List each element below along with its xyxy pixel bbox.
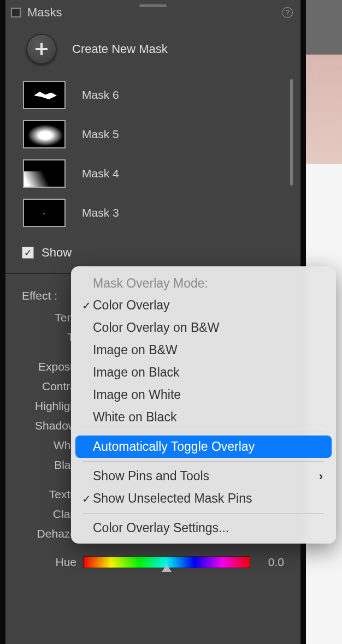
- create-mask-button[interactable]: [26, 34, 57, 64]
- scrollbar[interactable]: [290, 79, 293, 186]
- menu-item-white-black[interactable]: White on Black: [71, 406, 336, 428]
- menu-item-auto-toggle[interactable]: Automatically Toggle Overlay: [75, 436, 332, 458]
- overlay-mode-menu: Mask Overlay Mode: ✓ Color Overlay Color…: [71, 266, 336, 544]
- panel-title: Masks: [27, 5, 62, 20]
- temp-label: Tem: [22, 311, 76, 324]
- check-icon: ✓: [80, 492, 93, 505]
- hue-value: 0.0: [257, 556, 284, 569]
- menu-separator: [83, 432, 324, 432]
- menu-separator: [83, 461, 324, 462]
- dehaze-label: Dehaze: [22, 527, 76, 540]
- slider-label: Exposu: [22, 360, 76, 373]
- create-mask-row[interactable]: Create New Mask: [5, 24, 300, 75]
- create-mask-label: Create New Mask: [72, 42, 168, 56]
- plus-icon: [34, 42, 49, 56]
- menu-item-label: Color Overlay on B&W: [93, 320, 219, 335]
- mask-item[interactable]: Mask 6: [23, 75, 291, 115]
- help-icon[interactable]: ?: [282, 7, 293, 18]
- drag-handle[interactable]: [139, 4, 167, 7]
- menu-item-label: White on Black: [93, 410, 176, 425]
- mask-list: Mask 6 Mask 5 Mask 4 Mask 3: [5, 75, 300, 232]
- slider-label: Whit: [22, 439, 76, 452]
- menu-separator: [83, 513, 324, 514]
- menu-header: Mask Overlay Mode:: [71, 271, 336, 294]
- mask-thumbnail[interactable]: [23, 199, 66, 227]
- show-overlay-checkbox[interactable]: ✓: [22, 247, 34, 259]
- tint-label: Ti: [22, 331, 76, 344]
- slider-label: Shadow: [22, 419, 76, 432]
- menu-item-label: Show Unselected Mask Pins: [93, 491, 252, 506]
- menu-item-label: Image on B&W: [93, 343, 178, 357]
- slider-label: Blac: [22, 458, 76, 472]
- menu-item-show-pins[interactable]: Show Pins and Tools ›: [71, 465, 336, 487]
- slider-label: Clari: [22, 508, 76, 521]
- mask-thumbnail[interactable]: [23, 81, 66, 109]
- mask-thumbnail[interactable]: [23, 159, 66, 188]
- mask-label: Mask 3: [82, 206, 119, 219]
- slider-label: Contra: [22, 380, 76, 393]
- hue-row: Hue 0.0: [5, 552, 300, 572]
- mask-item[interactable]: Mask 4: [23, 154, 291, 193]
- mask-thumbnail[interactable]: [23, 120, 66, 148]
- menu-item-label: Image on Black: [93, 365, 180, 380]
- show-overlay-label: Show: [42, 246, 72, 260]
- menu-item-overlay-settings[interactable]: Color Overlay Settings...: [71, 517, 336, 539]
- mask-item[interactable]: Mask 5: [23, 115, 291, 154]
- menu-item-label: Show Pins and Tools: [93, 469, 209, 484]
- mask-label: Mask 4: [82, 167, 119, 180]
- menu-item-label: Color Overlay Settings...: [93, 521, 229, 535]
- hue-label: Hue: [22, 556, 76, 569]
- mask-label: Mask 6: [82, 88, 119, 102]
- masks-panel-icon: [11, 8, 21, 17]
- menu-item-image-bw[interactable]: Image on B&W: [71, 339, 336, 361]
- menu-item-image-white[interactable]: Image on White: [71, 384, 336, 406]
- mask-label: Mask 5: [82, 128, 119, 141]
- menu-item-label: Color Overlay: [93, 298, 170, 313]
- mask-item[interactable]: Mask 3: [23, 193, 291, 232]
- check-icon: ✓: [80, 299, 93, 312]
- slider-label: Textu: [22, 488, 76, 501]
- menu-item-show-unselected[interactable]: ✓ Show Unselected Mask Pins: [71, 487, 336, 510]
- effect-title: Effect :: [22, 289, 57, 302]
- menu-item-color-overlay[interactable]: ✓ Color Overlay: [71, 294, 336, 317]
- hue-slider[interactable]: [83, 556, 250, 568]
- svg-rect-1: [36, 48, 48, 50]
- menu-item-label: Image on White: [93, 387, 181, 402]
- menu-item-color-overlay-bw[interactable]: Color Overlay on B&W: [71, 317, 336, 339]
- chevron-right-icon: ›: [319, 469, 323, 484]
- slider-handle[interactable]: [162, 564, 172, 572]
- slider-label: Highligh: [22, 399, 76, 413]
- menu-item-label: Automatically Toggle Overlay: [93, 439, 255, 454]
- menu-item-image-black[interactable]: Image on Black: [71, 361, 336, 384]
- panel-header: Masks ?: [5, 0, 300, 24]
